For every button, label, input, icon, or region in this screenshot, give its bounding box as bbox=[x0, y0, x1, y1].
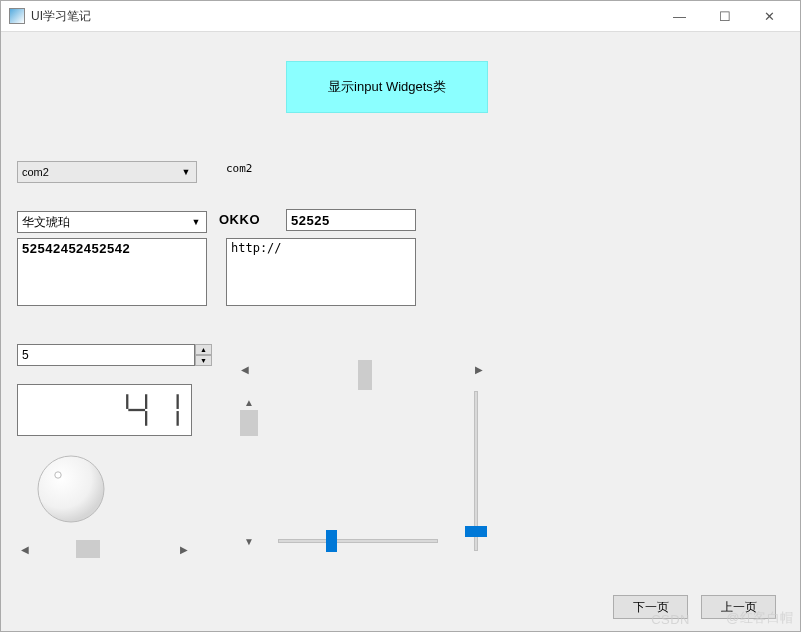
slider-groove bbox=[278, 539, 438, 543]
titlebar: UI学习笔记 — ☐ ✕ bbox=[1, 1, 800, 32]
vertical-slider[interactable] bbox=[461, 391, 491, 551]
horizontal-slider[interactable] bbox=[278, 526, 438, 556]
scroll-right-icon[interactable]: ▶ bbox=[176, 540, 192, 558]
scroll-right-icon[interactable]: ▶ bbox=[471, 360, 487, 378]
close-button[interactable]: ✕ bbox=[747, 1, 792, 31]
number-lineedit[interactable]: 52525 bbox=[286, 209, 416, 231]
textedit-right[interactable]: http:// bbox=[226, 238, 416, 306]
window: UI学习笔记 — ☐ ✕ 显示input Widgets类 com2 ▼ com… bbox=[0, 0, 801, 632]
scrollbar-track[interactable] bbox=[240, 410, 258, 533]
vertical-scrollbar[interactable]: ▲ ▼ bbox=[240, 394, 258, 549]
watermark-right: @红客白帽 bbox=[726, 609, 794, 627]
scrollbar-thumb[interactable] bbox=[358, 360, 372, 390]
chevron-down-icon: ▼ bbox=[177, 163, 195, 181]
font-combobox[interactable]: 华文琥珀 ▼ bbox=[17, 211, 207, 233]
watermark-left: CSDN bbox=[651, 612, 690, 627]
scrollbar-thumb[interactable] bbox=[76, 540, 100, 558]
scroll-up-icon[interactable]: ▲ bbox=[240, 394, 258, 410]
textedit-left-value: 52542452452542 bbox=[22, 241, 130, 256]
spinbox-value: 5 bbox=[22, 348, 29, 362]
textedit-left[interactable]: 52542452452542 bbox=[17, 238, 207, 306]
scrollbar-track[interactable] bbox=[253, 360, 471, 378]
spinbox[interactable]: 5 ▲ ▼ bbox=[17, 344, 212, 366]
slider-handle[interactable] bbox=[326, 530, 337, 552]
okko-label: OKKO bbox=[219, 212, 260, 227]
port-combobox[interactable]: com2 ▼ bbox=[17, 161, 197, 183]
client-area: 显示input Widgets类 com2 ▼ com2 华文琥珀 ▼ OKKO… bbox=[1, 31, 800, 631]
minimize-button[interactable]: — bbox=[657, 1, 702, 31]
horizontal-scrollbar-bottom[interactable]: ◀ ▶ bbox=[17, 540, 192, 558]
scroll-left-icon[interactable]: ◀ bbox=[237, 360, 253, 378]
spinbox-down-button[interactable]: ▼ bbox=[195, 355, 212, 366]
spinbox-up-button[interactable]: ▲ bbox=[195, 344, 212, 355]
scroll-down-icon[interactable]: ▼ bbox=[240, 533, 258, 549]
slider-handle[interactable] bbox=[465, 526, 487, 537]
number-lineedit-value: 52525 bbox=[291, 213, 330, 228]
window-title: UI学习笔记 bbox=[31, 8, 657, 25]
font-combobox-value: 华文琥珀 bbox=[22, 214, 70, 231]
scrollbar-thumb[interactable] bbox=[240, 410, 258, 436]
port-echo-label: com2 bbox=[226, 162, 253, 175]
textedit-right-value: http:// bbox=[231, 241, 282, 255]
port-combobox-value: com2 bbox=[22, 166, 49, 178]
banner: 显示input Widgets类 bbox=[286, 61, 488, 113]
svg-point-6 bbox=[38, 456, 104, 522]
horizontal-scrollbar-top[interactable]: ◀ ▶ bbox=[237, 354, 487, 384]
dial-notch-icon bbox=[55, 472, 61, 478]
lcd-digits bbox=[122, 389, 185, 431]
banner-text: 显示input Widgets类 bbox=[328, 78, 446, 96]
scrollbar-track[interactable] bbox=[33, 540, 176, 558]
chevron-down-icon: ▼ bbox=[187, 213, 205, 231]
dial[interactable] bbox=[35, 453, 107, 525]
app-icon bbox=[9, 8, 25, 24]
lcd-number bbox=[17, 384, 192, 436]
scroll-left-icon[interactable]: ◀ bbox=[17, 540, 33, 558]
window-buttons: — ☐ ✕ bbox=[657, 1, 792, 31]
maximize-button[interactable]: ☐ bbox=[702, 1, 747, 31]
